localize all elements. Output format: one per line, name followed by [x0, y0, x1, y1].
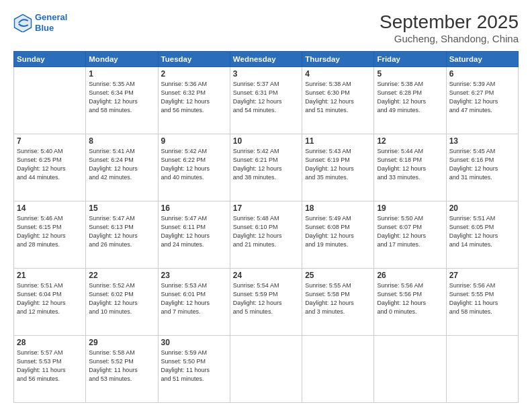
day-number: 22: [89, 271, 154, 280]
logo-general: General: [35, 12, 67, 22]
calendar-cell: 17Sunrise: 5:48 AM Sunset: 6:10 PM Dayli…: [230, 201, 302, 268]
day-number: 6: [449, 69, 515, 79]
day-info: Sunrise: 5:48 AM Sunset: 6:10 PM Dayligh…: [233, 214, 299, 249]
day-number: 4: [305, 69, 371, 79]
week-row-5: 28Sunrise: 5:57 AM Sunset: 5:53 PM Dayli…: [14, 335, 519, 402]
calendar-cell: 12Sunrise: 5:44 AM Sunset: 6:18 PM Dayli…: [374, 134, 446, 201]
day-info: Sunrise: 5:58 AM Sunset: 5:52 PM Dayligh…: [89, 349, 154, 383]
calendar-cell: [374, 335, 446, 402]
day-number: 19: [377, 203, 443, 213]
calendar-cell: 22Sunrise: 5:52 AM Sunset: 6:02 PM Dayli…: [86, 268, 158, 335]
calendar-cell: [230, 335, 302, 402]
week-row-3: 14Sunrise: 5:46 AM Sunset: 6:15 PM Dayli…: [14, 201, 519, 268]
calendar-cell: 1Sunrise: 5:35 AM Sunset: 6:34 PM Daylig…: [86, 66, 158, 134]
day-number: 12: [377, 136, 443, 146]
day-info: Sunrise: 5:44 AM Sunset: 6:18 PM Dayligh…: [377, 147, 443, 182]
calendar-cell: 29Sunrise: 5:58 AM Sunset: 5:52 PM Dayli…: [86, 335, 158, 402]
calendar-cell: 4Sunrise: 5:38 AM Sunset: 6:30 PM Daylig…: [302, 66, 374, 134]
day-number: 23: [161, 271, 227, 280]
header: General Blue September 2025 Gucheng, Sha…: [13, 12, 519, 44]
day-number: 8: [89, 136, 154, 146]
day-number: 29: [89, 338, 154, 347]
day-info: Sunrise: 5:51 AM Sunset: 6:04 PM Dayligh…: [17, 281, 83, 316]
day-info: Sunrise: 5:56 AM Sunset: 5:55 PM Dayligh…: [449, 281, 515, 316]
day-number: 10: [233, 136, 299, 146]
week-row-4: 21Sunrise: 5:51 AM Sunset: 6:04 PM Dayli…: [14, 268, 519, 335]
calendar-cell: 27Sunrise: 5:56 AM Sunset: 5:55 PM Dayli…: [446, 268, 518, 335]
calendar-cell: 21Sunrise: 5:51 AM Sunset: 6:04 PM Dayli…: [14, 268, 86, 335]
day-number: 21: [17, 271, 83, 280]
calendar-cell: 8Sunrise: 5:41 AM Sunset: 6:24 PM Daylig…: [86, 134, 158, 201]
col-friday: Friday: [374, 51, 446, 66]
calendar-cell: 9Sunrise: 5:42 AM Sunset: 6:22 PM Daylig…: [158, 134, 230, 201]
calendar-cell: 3Sunrise: 5:37 AM Sunset: 6:31 PM Daylig…: [230, 66, 302, 134]
col-thursday: Thursday: [302, 51, 374, 66]
day-info: Sunrise: 5:38 AM Sunset: 6:28 PM Dayligh…: [377, 80, 443, 115]
day-info: Sunrise: 5:35 AM Sunset: 6:34 PM Dayligh…: [89, 80, 154, 115]
day-number: 25: [305, 271, 371, 280]
col-monday: Monday: [86, 51, 158, 66]
day-number: 11: [305, 136, 371, 146]
day-number: 5: [377, 69, 443, 79]
calendar-cell: 25Sunrise: 5:55 AM Sunset: 5:58 PM Dayli…: [302, 268, 374, 335]
day-info: Sunrise: 5:59 AM Sunset: 5:50 PM Dayligh…: [161, 349, 227, 383]
calendar-cell: 15Sunrise: 5:47 AM Sunset: 6:13 PM Dayli…: [86, 201, 158, 268]
day-info: Sunrise: 5:51 AM Sunset: 6:05 PM Dayligh…: [449, 214, 515, 249]
day-number: 15: [89, 203, 154, 213]
day-number: 16: [161, 203, 227, 213]
day-number: 2: [161, 69, 227, 79]
calendar-cell: [302, 335, 374, 402]
calendar-subtitle: Gucheng, Shandong, China: [380, 33, 519, 44]
day-info: Sunrise: 5:41 AM Sunset: 6:24 PM Dayligh…: [89, 147, 154, 182]
day-info: Sunrise: 5:40 AM Sunset: 6:25 PM Dayligh…: [17, 147, 83, 182]
calendar-cell: 2Sunrise: 5:36 AM Sunset: 6:32 PM Daylig…: [158, 66, 230, 134]
day-info: Sunrise: 5:45 AM Sunset: 6:16 PM Dayligh…: [449, 147, 515, 182]
day-info: Sunrise: 5:52 AM Sunset: 6:02 PM Dayligh…: [89, 281, 154, 316]
calendar-table: Sunday Monday Tuesday Wednesday Thursday…: [13, 51, 519, 403]
day-info: Sunrise: 5:46 AM Sunset: 6:15 PM Dayligh…: [17, 214, 83, 249]
calendar-cell: [446, 335, 518, 402]
calendar-cell: 20Sunrise: 5:51 AM Sunset: 6:05 PM Dayli…: [446, 201, 518, 268]
week-row-2: 7Sunrise: 5:40 AM Sunset: 6:25 PM Daylig…: [14, 134, 519, 201]
day-info: Sunrise: 5:36 AM Sunset: 6:32 PM Dayligh…: [161, 80, 227, 115]
col-tuesday: Tuesday: [158, 51, 230, 66]
day-number: 7: [17, 136, 83, 146]
page: General Blue September 2025 Gucheng, Sha…: [0, 0, 532, 411]
day-number: 9: [161, 136, 227, 146]
calendar-cell: 30Sunrise: 5:59 AM Sunset: 5:50 PM Dayli…: [158, 335, 230, 402]
day-info: Sunrise: 5:57 AM Sunset: 5:53 PM Dayligh…: [17, 349, 83, 383]
day-number: 26: [377, 271, 443, 280]
day-info: Sunrise: 5:43 AM Sunset: 6:19 PM Dayligh…: [305, 147, 371, 182]
day-number: 3: [233, 69, 299, 79]
calendar-cell: 28Sunrise: 5:57 AM Sunset: 5:53 PM Dayli…: [14, 335, 86, 402]
calendar-cell: 10Sunrise: 5:42 AM Sunset: 6:21 PM Dayli…: [230, 134, 302, 201]
calendar-cell: 23Sunrise: 5:53 AM Sunset: 6:01 PM Dayli…: [158, 268, 230, 335]
col-wednesday: Wednesday: [230, 51, 302, 66]
calendar-cell: 6Sunrise: 5:39 AM Sunset: 6:27 PM Daylig…: [446, 66, 518, 134]
day-info: Sunrise: 5:50 AM Sunset: 6:07 PM Dayligh…: [377, 214, 443, 249]
day-info: Sunrise: 5:38 AM Sunset: 6:30 PM Dayligh…: [305, 80, 371, 115]
day-number: 28: [17, 338, 83, 347]
day-number: 27: [449, 271, 515, 280]
day-info: Sunrise: 5:47 AM Sunset: 6:13 PM Dayligh…: [89, 214, 154, 249]
calendar-cell: 14Sunrise: 5:46 AM Sunset: 6:15 PM Dayli…: [14, 201, 86, 268]
logo-text: General Blue: [35, 12, 67, 33]
day-info: Sunrise: 5:49 AM Sunset: 6:08 PM Dayligh…: [305, 214, 371, 249]
calendar-cell: 11Sunrise: 5:43 AM Sunset: 6:19 PM Dayli…: [302, 134, 374, 201]
week-row-1: 1Sunrise: 5:35 AM Sunset: 6:34 PM Daylig…: [14, 66, 519, 134]
calendar-cell: 5Sunrise: 5:38 AM Sunset: 6:28 PM Daylig…: [374, 66, 446, 134]
day-info: Sunrise: 5:39 AM Sunset: 6:27 PM Dayligh…: [449, 80, 515, 115]
day-info: Sunrise: 5:53 AM Sunset: 6:01 PM Dayligh…: [161, 281, 227, 316]
day-info: Sunrise: 5:47 AM Sunset: 6:11 PM Dayligh…: [161, 214, 227, 249]
calendar-cell: 18Sunrise: 5:49 AM Sunset: 6:08 PM Dayli…: [302, 201, 374, 268]
day-info: Sunrise: 5:56 AM Sunset: 5:56 PM Dayligh…: [377, 281, 443, 316]
day-number: 13: [449, 136, 515, 146]
day-number: 24: [233, 271, 299, 280]
day-info: Sunrise: 5:55 AM Sunset: 5:58 PM Dayligh…: [305, 281, 371, 316]
day-number: 1: [89, 69, 154, 79]
day-info: Sunrise: 5:42 AM Sunset: 6:21 PM Dayligh…: [233, 147, 299, 182]
day-header-row: Sunday Monday Tuesday Wednesday Thursday…: [14, 51, 519, 66]
calendar-cell: 26Sunrise: 5:56 AM Sunset: 5:56 PM Dayli…: [374, 268, 446, 335]
calendar-cell: 24Sunrise: 5:54 AM Sunset: 5:59 PM Dayli…: [230, 268, 302, 335]
day-number: 18: [305, 203, 371, 213]
